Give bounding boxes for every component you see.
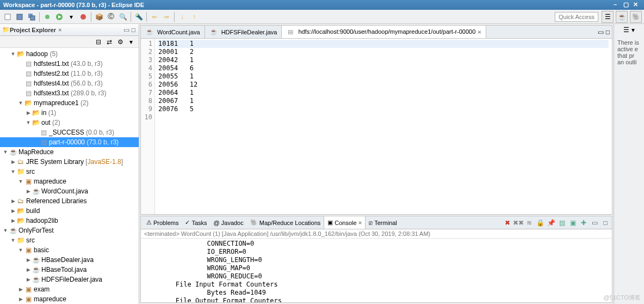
- bottom-tab-problems[interactable]: ⚠Problems: [143, 216, 182, 229]
- tree-twist-icon[interactable]: ▶: [25, 277, 32, 282]
- tree-twist-icon[interactable]: ▼: [17, 100, 24, 106]
- close-tab-icon[interactable]: ✕: [478, 28, 481, 35]
- close-view-icon[interactable]: ✕: [58, 26, 62, 33]
- display-selected-icon[interactable]: ▤: [558, 218, 566, 227]
- bottom-tab-javadoc[interactable]: @Javadoc: [210, 216, 247, 229]
- back-button[interactable]: ⇐: [149, 11, 160, 22]
- open-console-icon[interactable]: ▣: [568, 218, 577, 227]
- open-perspective-button[interactable]: ☰: [602, 11, 614, 23]
- tree-twist-icon[interactable]: ▶: [10, 208, 16, 214]
- remove-launch-icon[interactable]: ✖: [503, 218, 512, 227]
- tree-row[interactable]: ▤hdfstest1.txt (43.0 b, r3): [0, 59, 139, 69]
- tree-twist-icon[interactable]: ▼: [10, 238, 16, 243]
- tree-twist-icon[interactable]: ▶: [25, 110, 32, 115]
- tree-twist-icon[interactable]: ▶: [25, 189, 32, 194]
- tree-twist-icon[interactable]: ▶: [10, 218, 16, 223]
- window-close-icon[interactable]: ✕: [633, 1, 641, 9]
- editor-tab[interactable]: ☕WordCount.java: [141, 26, 205, 38]
- outline-menu-icon[interactable]: ▾: [631, 26, 635, 34]
- tree-row[interactable]: ▼☕MapReduce: [0, 147, 139, 157]
- bottom-tab-map-reduce-locations[interactable]: 🐘Map/Reduce Locations: [247, 216, 324, 229]
- minimize-editor-icon[interactable]: ▭: [598, 28, 604, 36]
- debug-button[interactable]: [42, 11, 53, 22]
- search-button[interactable]: 🔦: [133, 11, 144, 22]
- editor-tab[interactable]: ▤hdfs://localhost:9000/user/hadoop/mymap…: [282, 26, 486, 38]
- tree-twist-icon[interactable]: ▶: [25, 257, 32, 263]
- tree-row[interactable]: ▶☕HDFSFileDealer.java: [0, 275, 139, 284]
- tree-row[interactable]: ▶☕HBaseTool.java: [0, 265, 139, 275]
- pin-console-icon[interactable]: 📌: [547, 218, 555, 227]
- view-menu-icon[interactable]: ▾: [127, 38, 135, 46]
- tree-twist-icon[interactable]: ▼: [17, 179, 24, 184]
- close-tab-icon[interactable]: ✕: [358, 219, 362, 226]
- quick-access-input[interactable]: Quick Access: [555, 12, 598, 22]
- run-button[interactable]: [54, 11, 65, 22]
- tree-twist-icon[interactable]: ▼: [2, 228, 9, 233]
- tree-row[interactable]: ▶📂in (1): [0, 108, 139, 118]
- mapreduce-perspective-button[interactable]: 🐘: [630, 11, 642, 23]
- tree-row[interactable]: ▼📂mymapreduce1 (2): [0, 98, 139, 108]
- tree-row[interactable]: ▼☕OnlyForTest: [0, 226, 139, 235]
- console-output[interactable]: CONNECTION=0 IO_ERROR=0 WRONG_LENGTH=0 W…: [141, 239, 612, 302]
- tree-row[interactable]: ▼▣mapreduce: [0, 177, 139, 186]
- text-editor[interactable]: 12345678910 10181 120001 220042 120054 6…: [141, 39, 612, 214]
- tree-row[interactable]: ▤hdfstest2.txt (11.0 b, r3): [0, 69, 139, 78]
- tree-row[interactable]: ▼📂out (2): [0, 118, 139, 127]
- tree-row[interactable]: ▶🗂Referenced Libraries: [0, 196, 139, 206]
- new-class-button[interactable]: Ⓒ: [106, 11, 116, 22]
- tree-row[interactable]: ▤hdfstext3.txt (289.0 b, r3): [0, 88, 139, 98]
- tree-row[interactable]: ▶🗂JRE System Library [JavaSE-1.8]: [0, 157, 139, 167]
- editor-tab[interactable]: ☕HDFSFileDealer.java: [205, 26, 282, 38]
- tree-row[interactable]: ▶☕WordCount.java: [0, 186, 139, 196]
- outline-view-icon[interactable]: ☰: [623, 26, 629, 34]
- tree-row[interactable]: ▶▣mapreduce: [0, 294, 139, 304]
- tree-row[interactable]: ▶▣exam: [0, 284, 139, 294]
- window-minimize-icon[interactable]: –: [614, 1, 621, 9]
- filter-icon[interactable]: ⚙: [116, 38, 125, 46]
- bottom-tab-terminal[interactable]: ⎚Terminal: [366, 216, 400, 229]
- tree-row[interactable]: ▶☕HBaseDealer.java: [0, 255, 139, 265]
- tree-row[interactable]: ▤part-r-00000 (73.0 b, r3): [0, 137, 139, 147]
- open-type-button[interactable]: 🔍: [117, 11, 128, 22]
- tree-twist-icon[interactable]: ▼: [17, 247, 24, 253]
- tree-row[interactable]: ▤hdfstest4.txt (56.0 b, r3): [0, 78, 139, 88]
- minimize-view-icon[interactable]: ▭: [122, 26, 131, 34]
- new-button[interactable]: [2, 11, 13, 22]
- code-area[interactable]: 10181 120001 220042 120054 620055 120056…: [155, 39, 612, 214]
- remove-all-icon[interactable]: ✖✖: [514, 218, 523, 227]
- project-tree[interactable]: ▼📂hadoop (5)▤hdfstest1.txt (43.0 b, r3)▤…: [0, 48, 139, 304]
- save-all-button[interactable]: [26, 11, 37, 22]
- java-perspective-button[interactable]: ☕: [616, 11, 628, 23]
- collapse-all-icon[interactable]: ⊟: [94, 38, 103, 46]
- maximize-view-icon[interactable]: □: [131, 26, 137, 34]
- save-button[interactable]: [14, 11, 25, 22]
- next-annotation-button[interactable]: ↓: [177, 11, 188, 22]
- tree-twist-icon[interactable]: ▶: [25, 267, 32, 272]
- forward-button[interactable]: ⇒: [161, 11, 172, 22]
- tree-twist-icon[interactable]: ▶: [10, 198, 16, 204]
- tree-row[interactable]: ▼▣basic: [0, 245, 139, 255]
- tree-twist-icon[interactable]: ▶: [10, 159, 16, 165]
- clear-console-icon[interactable]: ≋: [525, 218, 534, 227]
- maximize-editor-icon[interactable]: □: [606, 28, 610, 36]
- new-package-button[interactable]: 📦: [94, 11, 104, 22]
- bottom-tab-console[interactable]: ▣Console ✕: [324, 216, 366, 229]
- window-maximize-icon[interactable]: ▢: [623, 1, 631, 9]
- prev-annotation-button[interactable]: ↑: [189, 11, 200, 22]
- run-dropdown-icon[interactable]: ▾: [66, 11, 77, 22]
- tree-row[interactable]: ▼📁src: [0, 167, 139, 177]
- tree-row[interactable]: ▼📂hadoop (5): [0, 49, 139, 59]
- bottom-tab-tasks[interactable]: ✓Tasks: [182, 216, 210, 229]
- new-console-icon[interactable]: ✚: [579, 218, 588, 227]
- tree-twist-icon[interactable]: ▼: [25, 120, 32, 125]
- tree-row[interactable]: ▼📁src: [0, 235, 139, 245]
- tree-row[interactable]: ▶📂build: [0, 206, 139, 216]
- link-editor-icon[interactable]: ⇄: [105, 38, 114, 46]
- minimize-panel-icon[interactable]: ▭: [590, 218, 599, 227]
- tree-twist-icon[interactable]: ▼: [10, 51, 16, 57]
- tree-row[interactable]: ▤_SUCCESS (0.0 b, r3): [0, 127, 139, 137]
- tree-row[interactable]: ▶📂hadoop2lib: [0, 216, 139, 226]
- maximize-panel-icon[interactable]: □: [601, 218, 610, 227]
- tree-twist-icon[interactable]: ▼: [2, 149, 9, 155]
- tree-twist-icon[interactable]: ▼: [10, 169, 16, 174]
